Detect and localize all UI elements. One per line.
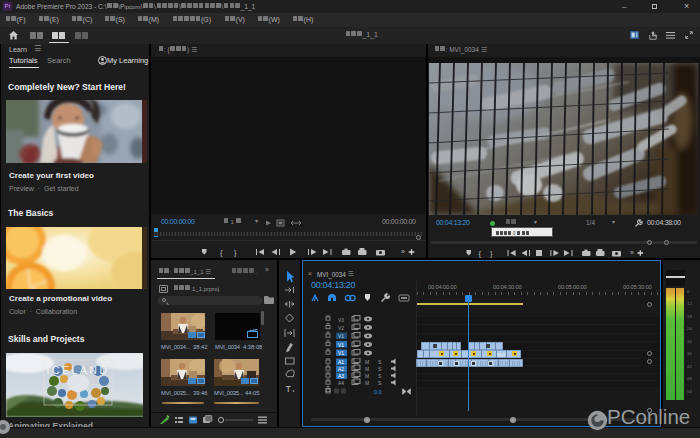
svg-text:{: { [479, 249, 482, 258]
svg-text:M: M [365, 366, 369, 372]
svg-text:0.0: 0.0 [374, 389, 382, 395]
svg-text:ICELAND: ICELAND [46, 364, 109, 376]
svg-text:M: M [365, 380, 369, 386]
svg-text:}: } [490, 249, 493, 258]
svg-text:M: M [365, 359, 369, 365]
svg-text:S: S [378, 366, 382, 372]
svg-text:M: M [365, 373, 369, 379]
svg-text:S: S [378, 380, 382, 386]
svg-text:A2: A2 [338, 366, 344, 372]
svg-text:V1: V1 [338, 333, 344, 339]
svg-text:V1: V1 [338, 350, 344, 356]
svg-text:A1: A1 [338, 359, 344, 365]
svg-text:V1: V1 [338, 342, 344, 348]
svg-text:V3: V3 [338, 317, 344, 323]
svg-text:V2: V2 [338, 325, 344, 331]
svg-text:}: } [234, 248, 237, 257]
svg-text:S: S [378, 359, 382, 365]
svg-text:»: » [630, 249, 634, 256]
svg-text:A4: A4 [338, 380, 344, 386]
svg-text:»: » [401, 248, 405, 255]
svg-text:A3: A3 [338, 373, 344, 379]
svg-text:T: T [286, 384, 292, 394]
svg-text:S: S [378, 373, 382, 379]
svg-text:{: { [220, 248, 223, 257]
